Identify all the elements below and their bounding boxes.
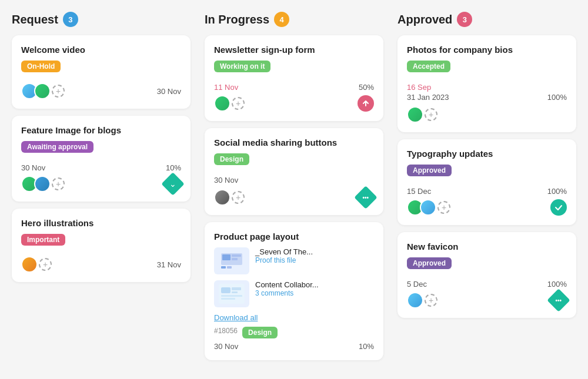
svg-rect-8 xyxy=(221,287,230,293)
date: 30 Nov xyxy=(214,176,374,185)
tag-accepted: Accepted xyxy=(407,61,450,72)
card-id: #18056 xyxy=(214,327,238,335)
card-hero-illustrations: Hero illustrations Important + 31 Nov xyxy=(12,209,191,282)
date2: 31 Jan 2023 xyxy=(407,93,449,102)
file-thumb xyxy=(214,280,249,307)
card-title: Hero illustrations xyxy=(21,218,181,228)
column-title-in-progress: In Progress xyxy=(205,13,269,26)
card-newsletter: Newsletter sign-up form Working on it 11… xyxy=(205,35,383,121)
file-name: _Seven Of The... xyxy=(255,247,313,256)
svg-rect-6 xyxy=(227,266,232,269)
add-avatar-button[interactable]: + xyxy=(232,97,245,110)
card-title: Newsletter sign-up form xyxy=(214,45,374,55)
percent: 10% xyxy=(166,163,181,172)
comments-link[interactable]: 3 comments xyxy=(255,289,319,297)
card-welcome-video: Welcome video On-Hold + 30 Nov xyxy=(12,35,191,109)
download-all-link[interactable]: Download all xyxy=(214,313,374,322)
add-avatar-button[interactable]: + xyxy=(39,258,52,271)
card-product-page: Product page layout _Seven Of The... xyxy=(205,222,383,360)
column-request: Request 3 Welcome video On-Hold + 30 Nov… xyxy=(12,12,191,367)
file-info: _Seven Of The... Proof this file xyxy=(255,247,313,264)
proof-file-link[interactable]: Proof this file xyxy=(255,256,313,264)
add-avatar-button[interactable]: + xyxy=(232,191,245,204)
card-typography: Typography updates Approved 15 Dec 100% … xyxy=(397,139,576,225)
svg-rect-9 xyxy=(232,287,241,290)
add-avatar-button[interactable]: + xyxy=(437,201,450,214)
avatars: + xyxy=(214,189,245,206)
column-header-approved: Approved 3 xyxy=(397,12,576,27)
avatar xyxy=(407,106,423,123)
add-avatar-button[interactable]: + xyxy=(425,108,437,121)
diamond-dots-icon: ••• xyxy=(547,289,570,312)
percent: 100% xyxy=(547,280,567,289)
percent: 10% xyxy=(359,342,374,351)
avatar xyxy=(407,292,423,308)
badge-approved: 3 xyxy=(457,12,472,27)
avatar xyxy=(420,199,436,216)
column-in-progress: In Progress 4 Newsletter sign-up form Wo… xyxy=(205,12,383,367)
tag-working: Working on it xyxy=(214,61,270,72)
tag-important: Important xyxy=(21,234,65,246)
date: 11 Nov xyxy=(214,83,238,92)
card-social-media: Social media sharing buttons Design 30 N… xyxy=(205,128,383,215)
date: 5 Dec xyxy=(407,280,427,289)
avatars: + xyxy=(214,95,245,112)
svg-rect-11 xyxy=(221,295,242,297)
tag-awaiting: Awaiting approval xyxy=(21,141,93,153)
file-thumb xyxy=(214,247,249,274)
add-avatar-button[interactable]: + xyxy=(425,294,437,307)
avatars: + xyxy=(21,83,65,99)
card-title: Product page layout xyxy=(214,232,374,242)
file-item: Content Collabor... 3 comments xyxy=(214,280,374,307)
card-title: Welcome video xyxy=(21,45,181,55)
svg-rect-4 xyxy=(232,258,238,260)
date: 30 Nov xyxy=(21,163,45,172)
card-title: Feature Image for blogs xyxy=(21,125,181,135)
tag-design: Design xyxy=(214,153,249,165)
card-photos-bios: Photos for company bios Accepted 16 Sep … xyxy=(397,35,576,132)
avatars: + xyxy=(21,176,65,192)
percent: 100% xyxy=(547,187,567,196)
kanban-board: Request 3 Welcome video On-Hold + 30 Nov… xyxy=(12,12,576,367)
add-avatar-button[interactable]: + xyxy=(52,177,65,190)
date-red: 16 Sep xyxy=(407,83,567,92)
card-title: New favicon xyxy=(407,242,567,251)
tag-design: Design xyxy=(242,327,278,338)
column-approved: Approved 3 Photos for company bios Accep… xyxy=(397,12,576,367)
card-title: Social media sharing buttons xyxy=(214,137,374,147)
file-info: Content Collabor... 3 comments xyxy=(255,280,319,297)
avatars: + xyxy=(407,106,437,123)
tag-onhold: On-Hold xyxy=(21,61,61,72)
svg-rect-3 xyxy=(232,254,241,257)
avatars: + xyxy=(407,292,437,308)
badge-request: 3 xyxy=(63,12,78,27)
svg-rect-10 xyxy=(232,291,238,293)
svg-rect-5 xyxy=(221,266,226,269)
avatar xyxy=(21,256,38,273)
tag-approved: Approved xyxy=(407,257,452,269)
card-feature-image: Feature Image for blogs Awaiting approva… xyxy=(12,116,191,202)
card-title: Typography updates xyxy=(407,149,567,159)
avatar xyxy=(214,189,230,206)
avatar xyxy=(34,83,51,99)
tag-approved: Approved xyxy=(407,165,452,176)
column-header-in-progress: In Progress 4 xyxy=(205,12,383,27)
diamond-down-icon: ⌄ xyxy=(161,172,185,196)
file-name: Content Collabor... xyxy=(255,280,319,289)
column-title-approved: Approved xyxy=(397,13,452,26)
column-title-request: Request xyxy=(12,13,58,26)
column-header-request: Request 3 xyxy=(12,12,191,27)
date: 30 Nov xyxy=(214,342,238,351)
arrow-up-icon xyxy=(358,95,374,112)
check-icon xyxy=(550,199,567,216)
badge-in-progress: 4 xyxy=(274,12,289,27)
card-title: Photos for company bios xyxy=(407,45,567,55)
avatar xyxy=(214,95,230,112)
diamond-dots-icon: ••• xyxy=(354,186,377,209)
date: 30 Nov xyxy=(157,87,181,96)
file-item: _Seven Of The... Proof this file xyxy=(214,247,374,274)
percent: 50% xyxy=(359,83,374,92)
add-avatar-button[interactable]: + xyxy=(52,85,65,98)
svg-rect-7 xyxy=(219,284,245,304)
avatars: + xyxy=(407,199,450,216)
